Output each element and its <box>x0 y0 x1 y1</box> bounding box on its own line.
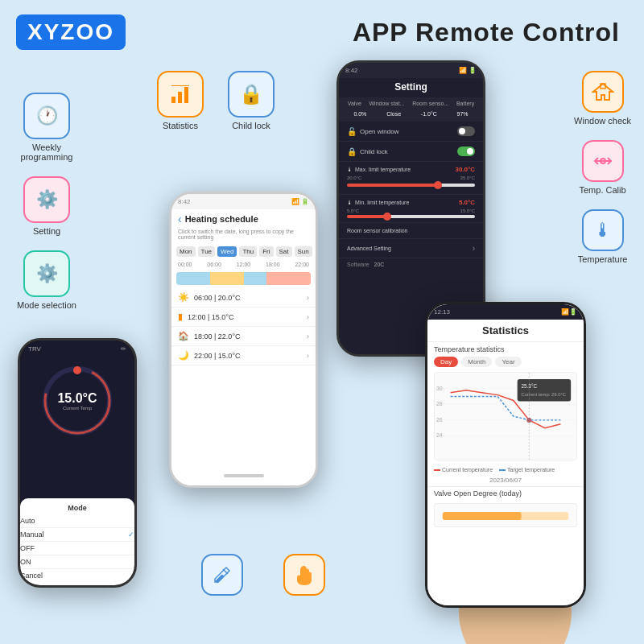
setting-label: Setting <box>33 226 60 236</box>
left-icon-grid: 🕐 Weekly programming ⚙️ Setting ⚙️ Mode … <box>14 93 79 310</box>
hs-title: Heating schedule <box>185 214 258 224</box>
settings-title: Setting <box>339 78 483 97</box>
settings-time: 8:42 <box>345 67 358 74</box>
day-fri[interactable]: Fri <box>259 246 273 257</box>
trv-title-text: TRV <box>28 345 41 353</box>
tab-year[interactable]: Year <box>495 357 521 367</box>
software-label: Software <box>347 262 369 267</box>
advanced-row[interactable]: Advanced Setting › <box>339 239 483 258</box>
trv-circle-container: 15.0°C Current Temp <box>39 362 116 440</box>
sidebar-item-weekly[interactable]: 🕐 Weekly programming <box>14 93 79 162</box>
childlock-item[interactable]: 🔒 Child lock <box>228 71 275 130</box>
stats-tabs: Day Month Year <box>427 357 584 367</box>
child-lock-toggle[interactable] <box>457 147 475 156</box>
open-window-label: Open window <box>360 128 398 135</box>
trv-temp-value: 15.0°C <box>57 391 97 406</box>
max-temp-slider[interactable] <box>347 184 475 187</box>
stats-time: 12:13 <box>434 308 450 316</box>
weekly-icon: 🕐 <box>23 93 70 139</box>
svg-rect-1 <box>178 92 182 103</box>
trv-temp-display: 15.0°C Current Temp <box>57 391 97 411</box>
phone-heating: 8:42📶 🔋 ‹ Heating schedule Click to swit… <box>169 192 318 488</box>
day-sat[interactable]: Sat <box>276 246 292 257</box>
page-title: APP Remote Control <box>353 18 620 47</box>
tab-month[interactable]: Month <box>461 357 492 367</box>
trv-menu-manual[interactable]: Manual✓ <box>20 528 134 542</box>
temp-chart-svg: 30 28 26 24 25.3°C Current temp: 29.0°C <box>435 373 576 460</box>
trv-menu-title: Mode <box>20 502 134 514</box>
hs-item-morning[interactable]: ☀️ 06:00 | 20.0°C › <box>171 288 316 308</box>
weekly-label: Weekly programming <box>14 142 79 162</box>
hs-item-evening[interactable]: 🏠 18:00 | 22.0°C › <box>171 327 316 346</box>
hs-subtitle: Click to switch the date, long press to … <box>171 229 316 243</box>
svg-text:24: 24 <box>436 432 443 438</box>
statistics-item[interactable]: Statistics <box>157 71 204 130</box>
valve-chart <box>434 503 577 527</box>
tab-day[interactable]: Day <box>434 357 458 367</box>
trv-sub-text: Current Temp <box>57 406 97 411</box>
tempcalib-label: Temp. Calib <box>580 185 626 195</box>
svg-point-10 <box>73 366 81 374</box>
stats-section-title: Temperature statistics <box>427 342 584 357</box>
tempcalib-icon <box>582 140 624 182</box>
day-wed[interactable]: Wed <box>217 246 237 257</box>
svg-text:26: 26 <box>436 417 443 423</box>
temperature-label: Temperature <box>578 254 628 264</box>
hs-home-bar <box>224 474 264 477</box>
legend-current: Current temperature <box>434 467 493 473</box>
statistics-label: Statistics <box>163 121 198 130</box>
sidebar-item-mode[interactable]: ⚙️ Mode selection <box>14 250 79 310</box>
valve-chart-svg <box>435 504 576 528</box>
trv-menu-off[interactable]: OFF <box>20 542 134 555</box>
stats-title: Statistics <box>427 320 584 342</box>
right-icon-col: Window check Temp. Calib 🌡 Temperature <box>574 71 631 264</box>
windowcheck-label: Window check <box>574 116 631 126</box>
hs-status-bar: 8:42📶 🔋 <box>171 194 316 209</box>
chart-legend: Current temperature Target temperature <box>427 465 584 474</box>
touch-icon <box>283 554 325 596</box>
svg-text:28: 28 <box>436 401 443 407</box>
trv-status-bar: TRV ✏ <box>20 341 134 353</box>
trv-gauge-area: 15.0°C Current Temp <box>20 362 134 440</box>
min-limit-label: Min. limit temperature <box>355 200 409 205</box>
svg-marker-4 <box>593 84 613 100</box>
max-limit-label: Max. limit temperature <box>355 167 411 172</box>
hs-timeline <box>176 272 311 285</box>
trv-menu-on[interactable]: ON <box>20 555 134 569</box>
min-temp-value: 5.0°C <box>459 199 475 206</box>
settings-info-row: ValveWindow stat...Room senso...Battery <box>339 97 483 109</box>
hs-item-night[interactable]: 🌙 22:00 | 15.0°C › <box>171 346 316 365</box>
svg-text:Current temp: 29.0°C: Current temp: 29.0°C <box>522 392 567 397</box>
day-sun[interactable]: Sun <box>295 246 312 257</box>
settings-values-row: 0.0%Close-1.0°C97% <box>339 109 483 122</box>
day-thu[interactable]: Thu <box>239 246 257 257</box>
mode-label: Mode selection <box>17 300 76 310</box>
min-temp-slider[interactable] <box>347 215 475 218</box>
bar-chart-icon <box>168 82 192 106</box>
trv-menu-auto[interactable]: Auto <box>20 514 134 528</box>
max-temp-range: 20.0°C35.0°C <box>347 175 475 180</box>
hs-item-noon[interactable]: ▮ 12:00 | 15.0°C › <box>171 308 316 327</box>
day-mon[interactable]: Mon <box>176 246 196 257</box>
temperature-item[interactable]: 🌡 Temperature <box>574 209 631 264</box>
windowcheck-item[interactable]: Window check <box>574 71 631 126</box>
sidebar-item-setting[interactable]: ⚙️ Setting <box>14 176 79 236</box>
childlock-icon: 🔒 <box>228 71 275 118</box>
trv-menu-cancel[interactable]: Cancel <box>20 569 134 582</box>
open-window-toggle[interactable] <box>457 126 475 136</box>
stats-status-bar: 12:13 📶🔋 <box>427 304 584 320</box>
edit-icon-item[interactable] <box>201 554 243 596</box>
advanced-label: Advanced Setting <box>347 246 391 251</box>
mode-icon: ⚙️ <box>23 250 70 297</box>
hs-day-selector: Mon Tue Wed Thu Fri Sat Sun <box>171 243 316 260</box>
open-window-row: 🔓 Open window <box>339 122 483 142</box>
tempcalib-item[interactable]: Temp. Calib <box>574 140 631 195</box>
day-tue[interactable]: Tue <box>198 246 216 257</box>
phone-statistics: 12:13 📶🔋 Statistics Temperature statisti… <box>425 302 586 608</box>
svg-line-29 <box>223 569 228 574</box>
pencil-icon <box>212 564 233 585</box>
temperature-icon: 🌡 <box>582 209 624 251</box>
room-sensor-row: Room sensor calibration <box>339 223 483 239</box>
touch-icon-item[interactable] <box>283 554 325 596</box>
child-lock-row: 🔒 Child lock <box>339 142 483 162</box>
